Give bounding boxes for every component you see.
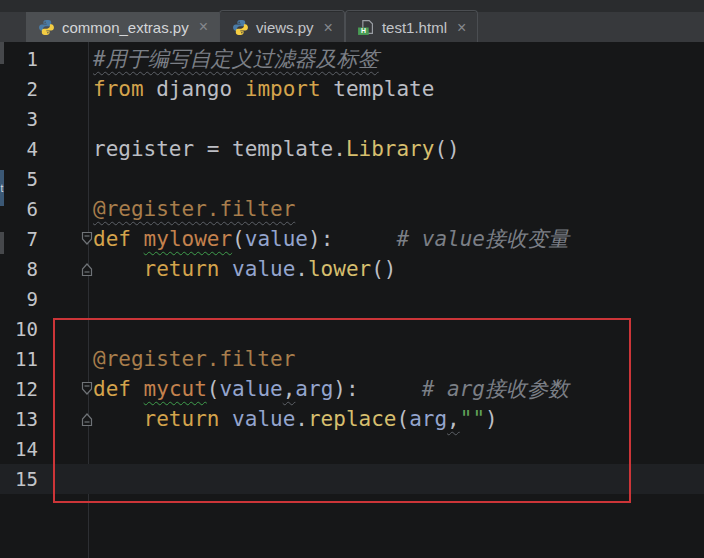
svg-text:H: H bbox=[361, 27, 366, 34]
fold-start-icon[interactable] bbox=[38, 224, 93, 254]
code-line[interactable]: 13 return value.replace(arg,"") bbox=[0, 404, 704, 434]
ide-window: common_extras.py× views.py× H test1.html… bbox=[0, 0, 704, 558]
fold-end-icon[interactable] bbox=[38, 254, 93, 284]
code-line[interactable]: 10 bbox=[0, 314, 704, 344]
line-number: 2 bbox=[0, 78, 38, 100]
fold-start-icon[interactable] bbox=[38, 374, 93, 404]
code-line[interactable]: 12 def mycut(value,arg): # arg接收参数 bbox=[0, 374, 704, 404]
fold-cell bbox=[38, 314, 93, 344]
line-number: 13 bbox=[0, 408, 38, 430]
code-text: def mycut(value,arg): # arg接收参数 bbox=[93, 374, 569, 404]
line-number: 8 bbox=[0, 258, 38, 280]
line-number: 6 bbox=[0, 198, 38, 220]
code-line[interactable]: 9 bbox=[0, 284, 704, 314]
line-number: 5 bbox=[0, 168, 38, 190]
python-file-icon bbox=[37, 18, 55, 36]
close-icon[interactable]: × bbox=[199, 19, 208, 35]
fold-end-icon[interactable] bbox=[38, 404, 93, 434]
code-line[interactable]: 4register = template.Library() bbox=[0, 134, 704, 164]
line-number: 7 bbox=[0, 228, 38, 250]
fold-cell bbox=[38, 164, 93, 194]
fold-cell bbox=[38, 434, 93, 464]
html-file-icon: H bbox=[357, 19, 375, 37]
code-line[interactable]: 14 bbox=[0, 434, 704, 464]
code-line[interactable]: 2from django import template bbox=[0, 74, 704, 104]
fold-cell bbox=[38, 344, 93, 374]
line-number: 9 bbox=[0, 288, 38, 310]
line-number: 15 bbox=[0, 468, 38, 490]
close-icon[interactable]: × bbox=[324, 20, 333, 36]
code-text: return value.lower() bbox=[93, 254, 396, 284]
fold-cell bbox=[38, 44, 93, 74]
code-line[interactable]: 6@register.filter bbox=[0, 194, 704, 224]
code-line[interactable]: 5 bbox=[0, 164, 704, 194]
code-text: from django import template bbox=[93, 74, 434, 104]
code-text: @register.filter bbox=[93, 194, 295, 224]
editor-tabs: common_extras.py× views.py× H test1.html… bbox=[26, 12, 478, 42]
line-number: 1 bbox=[0, 48, 38, 70]
line-number: 14 bbox=[0, 438, 38, 460]
code-text: return value.replace(arg,"") bbox=[93, 404, 498, 434]
line-number: 3 bbox=[0, 108, 38, 130]
fold-cell bbox=[38, 134, 93, 164]
line-number: 10 bbox=[0, 318, 38, 340]
fold-cell bbox=[38, 194, 93, 224]
line-number: 11 bbox=[0, 348, 38, 370]
fold-cell bbox=[38, 464, 93, 494]
editor-tab-bar: common_extras.py× views.py× H test1.html… bbox=[0, 0, 704, 42]
tab-test1.html[interactable]: H test1.html× bbox=[345, 10, 478, 42]
close-icon[interactable]: × bbox=[457, 20, 466, 36]
line-number: 12 bbox=[0, 378, 38, 400]
code-text: #用于编写自定义过滤器及标签 bbox=[93, 44, 379, 74]
code-editor[interactable]: t 1#用于编写自定义过滤器及标签2from django import tem… bbox=[0, 42, 704, 558]
line-number: 4 bbox=[0, 138, 38, 160]
tab-common_extras.py[interactable]: common_extras.py× bbox=[26, 12, 219, 42]
code-text: @register.filter bbox=[93, 344, 295, 374]
fold-cell bbox=[38, 104, 93, 134]
code-text: register = template.Library() bbox=[93, 134, 460, 164]
code-line[interactable]: 3 bbox=[0, 104, 704, 134]
python-file-icon bbox=[231, 19, 249, 37]
code-text: def mylower(value): # value接收变量 bbox=[93, 224, 569, 254]
fold-cell bbox=[38, 284, 93, 314]
tool-window-stripe-fragment bbox=[0, 42, 4, 64]
code-lines: 1#用于编写自定义过滤器及标签2from django import templ… bbox=[0, 44, 704, 494]
code-line[interactable]: 15 bbox=[0, 464, 704, 494]
tool-window-stripe-fragment bbox=[0, 232, 4, 254]
code-line[interactable]: 11@register.filter bbox=[0, 344, 704, 374]
code-line[interactable]: 1#用于编写自定义过滤器及标签 bbox=[0, 44, 704, 74]
tab-views.py[interactable]: views.py× bbox=[219, 10, 345, 42]
code-line[interactable]: 8 return value.lower() bbox=[0, 254, 704, 284]
code-line[interactable]: 7 def mylower(value): # value接收变量 bbox=[0, 224, 704, 254]
tab-label: test1.html bbox=[382, 19, 447, 36]
tab-label: common_extras.py bbox=[62, 19, 189, 36]
fold-cell bbox=[38, 74, 93, 104]
tool-window-stripe-button[interactable]: t bbox=[0, 170, 4, 206]
tab-label: views.py bbox=[256, 19, 314, 36]
